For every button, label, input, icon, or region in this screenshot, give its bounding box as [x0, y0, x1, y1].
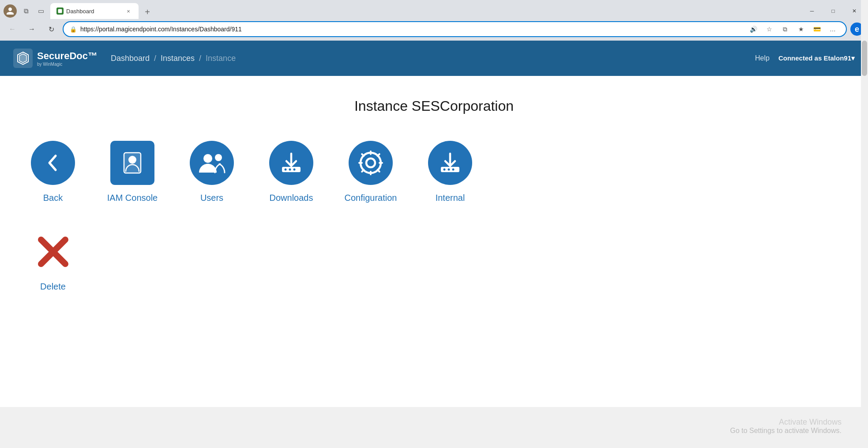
back-button[interactable]: Back	[26, 141, 79, 203]
logo-sub: by WinMagic	[37, 62, 98, 67]
breadcrumb-sep-1: /	[154, 54, 156, 63]
forward-nav-button[interactable]: →	[24, 21, 40, 37]
internal-button[interactable]: Internal	[424, 141, 477, 203]
configuration-button[interactable]: Configuration	[344, 141, 397, 203]
iam-console-icon	[110, 141, 154, 185]
reload-button[interactable]: ↻	[43, 21, 59, 37]
help-link[interactable]: Help	[755, 54, 770, 62]
svg-point-15	[452, 169, 455, 171]
svg-point-8	[285, 169, 287, 171]
extensions-group-icon[interactable]: ⧉	[20, 5, 32, 17]
svg-point-10	[293, 169, 296, 171]
window-controls-left: ⧉ ▭	[4, 4, 47, 18]
iam-console-button[interactable]: IAM Console	[106, 141, 159, 203]
tab-close-button[interactable]: ×	[124, 7, 132, 15]
nav-right: Help Connected as Etalon91▾	[755, 54, 855, 62]
watermark-title: Activate Windows	[730, 418, 842, 427]
window-controls-right: ─ □ ✕	[802, 4, 864, 18]
address-bar[interactable]: 🔒 https://portal.magicendpoint.com/Insta…	[63, 21, 847, 37]
scrollbar-thumb[interactable]	[862, 41, 867, 76]
logo-icon	[13, 49, 33, 68]
address-actions: 🔊 ☆ ⧉ ★ 💳 …	[746, 22, 840, 36]
breadcrumb-instances[interactable]: Instances	[161, 54, 195, 63]
more-options-icon[interactable]: …	[826, 22, 840, 36]
downloads-button[interactable]: Downloads	[265, 141, 318, 203]
logo-name: SecureDoc™	[37, 50, 98, 62]
downloads-label: Downloads	[270, 193, 313, 203]
new-tab-button[interactable]: +	[140, 5, 154, 19]
users-icon	[190, 141, 234, 185]
svg-point-4	[128, 156, 136, 164]
app-container: SecureDoc™ by WinMagic Dashboard / Insta…	[0, 41, 868, 407]
internal-label: Internal	[436, 193, 465, 203]
scrollbar[interactable]	[861, 0, 868, 448]
watermark: Activate Windows Go to Settings to activ…	[730, 418, 842, 435]
configuration-icon	[349, 141, 393, 185]
back-label: Back	[43, 193, 63, 203]
address-text: https://portal.magicendpoint.com/Instanc…	[80, 26, 739, 33]
logo-area: SecureDoc™ by WinMagic	[13, 49, 98, 68]
dropdown-arrow-icon[interactable]: ▾	[851, 54, 855, 62]
main-content: Instance SESCorporation Back	[0, 76, 868, 407]
breadcrumb-dashboard[interactable]: Dashboard	[111, 54, 150, 63]
breadcrumb: Dashboard / Instances / Instance	[111, 54, 755, 63]
page-title: Instance SESCorporation	[26, 98, 842, 114]
browser-chrome: ⧉ ▭ Dashboard × + ─ □ ✕ ← → ↻ 🔒 https://…	[0, 0, 868, 41]
tab-group-icon[interactable]: ▭	[35, 5, 47, 17]
svg-point-13	[443, 169, 446, 171]
delete-label: Delete	[40, 282, 66, 292]
user-avatar	[4, 4, 17, 18]
title-bar: ⧉ ▭ Dashboard × + ─ □ ✕	[0, 0, 868, 19]
favorites-icon[interactable]: ☆	[762, 22, 776, 36]
internal-icon	[428, 141, 472, 185]
users-label: Users	[200, 193, 223, 203]
split-screen-icon[interactable]: ⧉	[778, 22, 792, 36]
svg-point-6	[215, 154, 222, 161]
delete-button[interactable]: Delete	[26, 230, 79, 292]
svg-point-11	[366, 158, 375, 167]
icon-grid: Back IAM Console	[26, 141, 842, 203]
logo-text: SecureDoc™ by WinMagic	[37, 50, 98, 67]
delete-grid: Delete	[26, 230, 842, 292]
svg-point-14	[448, 169, 450, 171]
users-button[interactable]: Users	[185, 141, 238, 203]
back-nav-button[interactable]: ←	[4, 21, 20, 37]
svg-rect-0	[58, 9, 62, 13]
breadcrumb-instance: Instance	[206, 54, 236, 63]
svg-point-5	[203, 154, 212, 163]
connected-as-label: Connected as Etalon91▾	[778, 54, 855, 62]
tab-strip: Dashboard × +	[50, 3, 802, 19]
lock-icon: 🔒	[70, 26, 77, 33]
minimize-button[interactable]: ─	[802, 4, 822, 18]
svg-point-9	[289, 169, 291, 171]
back-icon	[31, 141, 75, 185]
tab-favicon	[56, 8, 64, 15]
maximize-button[interactable]: □	[823, 4, 843, 18]
wallet-icon[interactable]: 💳	[810, 22, 824, 36]
active-tab[interactable]: Dashboard ×	[50, 3, 139, 19]
add-favorites-icon[interactable]: ★	[794, 22, 808, 36]
configuration-label: Configuration	[345, 193, 397, 203]
watermark-subtitle: Go to Settings to activate Windows.	[730, 427, 842, 435]
svg-marker-2	[19, 54, 26, 63]
delete-icon	[31, 230, 75, 274]
address-bar-row: ← → ↻ 🔒 https://portal.magicendpoint.com…	[0, 19, 868, 41]
read-aloud-icon[interactable]: 🔊	[746, 22, 760, 36]
downloads-icon	[269, 141, 313, 185]
breadcrumb-sep-2: /	[199, 54, 201, 63]
username: Etalon91	[823, 54, 851, 62]
top-nav: SecureDoc™ by WinMagic Dashboard / Insta…	[0, 41, 868, 76]
tab-title: Dashboard	[66, 8, 122, 15]
iam-console-label: IAM Console	[107, 193, 158, 203]
